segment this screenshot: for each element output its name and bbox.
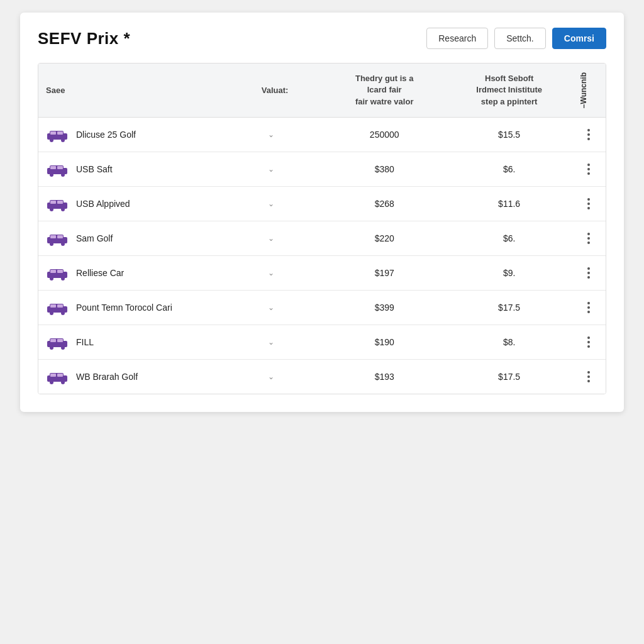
table-row: Sam Golf ⌄ $220 $6. — [38, 221, 606, 256]
cell-value2-6: $8. — [447, 325, 571, 360]
cell-menu-0[interactable] — [572, 118, 606, 152]
item-name-6: FILL — [76, 337, 94, 347]
svg-rect-16 — [50, 201, 56, 204]
dropdown-arrow-3[interactable]: ⌄ — [268, 234, 274, 243]
svg-rect-4 — [50, 131, 56, 135]
dropdown-arrow-7[interactable]: ⌄ — [268, 372, 274, 381]
cell-name-2: USB Alppived — [38, 187, 254, 221]
cell-value1-6: $190 — [322, 325, 447, 360]
item-name-0: Dlicuse 25 Golf — [76, 130, 136, 140]
svg-rect-17 — [57, 201, 63, 204]
menu-dots-7[interactable] — [579, 369, 598, 385]
cell-name-4: Relliese Car — [38, 256, 254, 291]
dropdown-arrow-0[interactable]: ⌄ — [268, 130, 274, 139]
cell-name-3: Sam Golf — [38, 221, 254, 256]
menu-dots-3[interactable] — [579, 230, 598, 247]
dropdown-arrow-5[interactable]: ⌄ — [268, 303, 274, 312]
menu-dots-1[interactable] — [579, 161, 598, 177]
cell-menu-3[interactable] — [572, 221, 606, 256]
table-row: Pount Temn Torocol Cari ⌄ $399 $17.5 — [38, 291, 606, 325]
col-header-menu: –Wuncnib — [572, 64, 606, 118]
table-row: WB Brarah Golf ⌄ $193 $17.5 — [38, 360, 606, 394]
svg-point-2 — [50, 138, 53, 142]
main-table: Saee Valuat: Thedry gut is a lcard fair … — [38, 64, 606, 394]
commit-button[interactable]: Comrsi — [552, 28, 606, 49]
settings-button[interactable]: Settch. — [494, 28, 546, 49]
menu-dots-0[interactable] — [579, 126, 598, 143]
cell-menu-4[interactable] — [572, 256, 606, 291]
item-name-3: Sam Golf — [76, 233, 113, 243]
cell-value2-0: $15.5 — [447, 118, 571, 152]
menu-dots-4[interactable] — [579, 265, 598, 281]
cell-valuat-0: ⌄ — [254, 118, 322, 152]
menu-dots-6[interactable] — [579, 334, 598, 350]
svg-rect-40 — [50, 339, 56, 342]
cell-value1-0: 250000 — [322, 118, 447, 152]
page-title: SEFV Prix * — [38, 29, 130, 48]
cell-valuat-1: ⌄ — [254, 152, 322, 187]
cell-menu-7[interactable] — [572, 360, 606, 394]
page-header: SEFV Prix * Research Settch. Comrsi — [38, 28, 606, 49]
cell-valuat-5: ⌄ — [254, 291, 322, 325]
col-header-valuat: Valuat: — [254, 64, 322, 118]
cell-menu-5[interactable] — [572, 291, 606, 325]
item-name-7: WB Brarah Golf — [76, 372, 138, 382]
research-button[interactable]: Research — [426, 28, 488, 49]
svg-rect-11 — [57, 166, 63, 169]
cell-menu-6[interactable] — [572, 325, 606, 360]
cell-valuat-3: ⌄ — [254, 221, 322, 256]
cell-value2-1: $6. — [447, 152, 571, 187]
cell-value2-4: $9. — [447, 256, 571, 291]
cell-name-1: USB Saft — [38, 152, 254, 187]
svg-point-44 — [50, 380, 53, 384]
dropdown-arrow-4[interactable]: ⌄ — [268, 269, 274, 277]
item-name-2: USB Alppived — [76, 199, 130, 209]
car-icon-3 — [46, 231, 69, 246]
car-icon-1 — [46, 162, 69, 177]
table-row: Dlicuse 25 Golf ⌄ 250000 $15.5 — [38, 118, 606, 152]
cell-value2-5: $17.5 — [447, 291, 571, 325]
col-header-name: Saee — [38, 64, 254, 118]
dropdown-arrow-6[interactable]: ⌄ — [268, 338, 274, 347]
svg-rect-35 — [57, 304, 63, 308]
svg-point-39 — [61, 346, 65, 350]
svg-rect-22 — [50, 235, 56, 238]
cell-valuat-6: ⌄ — [254, 325, 322, 360]
svg-rect-29 — [57, 270, 63, 273]
rotated-header-text: –Wuncnib — [579, 72, 588, 108]
header-buttons: Research Settch. Comrsi — [426, 28, 606, 49]
svg-point-38 — [50, 346, 53, 350]
table-row: FILL ⌄ $190 $8. — [38, 325, 606, 360]
svg-point-14 — [50, 208, 53, 211]
car-icon-2 — [46, 196, 69, 211]
cell-menu-2[interactable] — [572, 187, 606, 221]
car-icon-0 — [46, 127, 69, 142]
dropdown-arrow-1[interactable]: ⌄ — [268, 165, 274, 174]
item-name-1: USB Saft — [76, 164, 113, 174]
svg-rect-34 — [50, 304, 56, 308]
svg-point-21 — [61, 242, 65, 246]
item-name-4: Relliese Car — [76, 268, 124, 278]
svg-point-8 — [50, 173, 53, 177]
table-row: Relliese Car ⌄ $197 $9. — [38, 256, 606, 291]
cell-valuat-4: ⌄ — [254, 256, 322, 291]
car-icon-7 — [46, 369, 69, 384]
dropdown-arrow-2[interactable]: ⌄ — [268, 199, 274, 208]
cell-value1-2: $268 — [322, 187, 447, 221]
cell-value1-4: $197 — [322, 256, 447, 291]
cell-value2-7: $17.5 — [447, 360, 571, 394]
menu-dots-5[interactable] — [579, 299, 598, 316]
car-icon-4 — [46, 265, 69, 280]
cell-value2-3: $6. — [447, 221, 571, 256]
col-header-hsoft: Hsoft Seboft Irdmect Inistitute step a p… — [447, 64, 571, 118]
svg-point-45 — [61, 380, 65, 384]
col-header-theory: Thedry gut is a lcard fair fair watre va… — [322, 64, 447, 118]
table-row: USB Saft ⌄ $380 $6. — [38, 152, 606, 187]
svg-rect-41 — [57, 339, 63, 342]
svg-point-26 — [50, 277, 53, 280]
cell-menu-1[interactable] — [572, 152, 606, 187]
cell-value1-5: $399 — [322, 291, 447, 325]
svg-rect-10 — [50, 166, 56, 169]
item-name-5: Pount Temn Torocol Cari — [76, 303, 172, 313]
menu-dots-2[interactable] — [579, 196, 598, 212]
